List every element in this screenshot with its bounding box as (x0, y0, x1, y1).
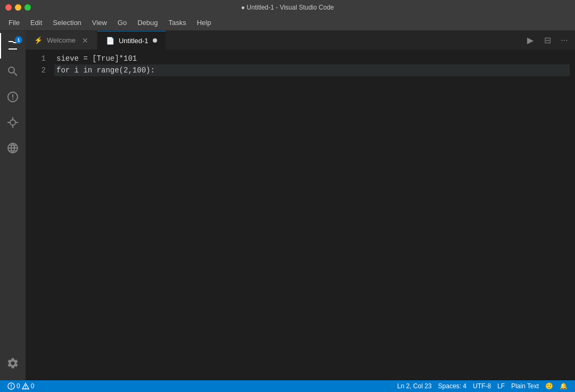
split-editor-button[interactable]: ⊟ (541, 34, 554, 47)
tab-welcome-label: Welcome (47, 36, 76, 44)
error-count: 0 (17, 382, 20, 390)
menu-go[interactable]: Go (113, 17, 131, 29)
status-bar: 0 0 Ln 2, Col 23 Spaces: 4 UTF-8 LF Plai… (0, 380, 575, 392)
status-position[interactable]: Ln 2, Col 23 (394, 380, 435, 392)
status-notifications[interactable]: 🔔 (556, 380, 571, 392)
menu-selection[interactable]: Selection (48, 17, 85, 29)
activity-item-settings[interactable] (0, 350, 26, 376)
close-button[interactable] (5, 4, 12, 11)
svg-point-12 (11, 387, 12, 388)
menu-help[interactable]: Help (193, 17, 216, 29)
line-number-1: 1 (26, 53, 46, 64)
explorer-badge: 1 (15, 36, 22, 44)
editor-content: 1 2 sieve = [True]*101 for i in range(2,… (26, 50, 575, 380)
title-bar: ● Untitled-1 - Visual Studio Code (0, 0, 575, 15)
code-editor[interactable]: sieve = [True]*101 for i in range(2,100)… (52, 50, 570, 380)
maximize-button[interactable] (24, 4, 31, 11)
line-numbers: 1 2 (26, 50, 52, 380)
line-number-2: 2 (26, 64, 46, 76)
tab-untitled-icon: 📄 (106, 37, 114, 45)
warning-icon (22, 382, 29, 390)
tab-welcome-close[interactable]: ✕ (82, 36, 88, 45)
activity-item-extensions[interactable] (0, 110, 26, 135)
activity-item-remote[interactable] (0, 135, 26, 161)
status-errors[interactable]: 0 0 (4, 380, 37, 392)
search-icon (6, 65, 19, 78)
more-actions-button[interactable]: ··· (558, 34, 571, 47)
main-area: 1 (0, 31, 575, 380)
status-feedback[interactable]: 🙂 (542, 380, 556, 392)
tab-untitled[interactable]: 📄 Untitled-1 (97, 31, 166, 50)
tab-bar-actions: ▶ ⊟ ··· (520, 31, 575, 50)
status-language[interactable]: Plain Text (508, 380, 542, 392)
svg-point-0 (10, 120, 15, 125)
run-button[interactable]: ▶ (524, 34, 537, 47)
title-text: ● Untitled-1 - Visual Studio Code (241, 4, 334, 11)
tab-dirty-indicator (153, 38, 157, 43)
editor-area: ⚡ Welcome ✕ 📄 Untitled-1 ▶ ⊟ ··· 1 2 (26, 31, 575, 380)
code-line-1: sieve = [True]*101 (54, 53, 570, 64)
gear-icon (6, 357, 19, 370)
tab-bar: ⚡ Welcome ✕ 📄 Untitled-1 ▶ ⊟ ··· (26, 31, 575, 50)
status-spaces[interactable]: Spaces: 4 (435, 380, 470, 392)
status-encoding[interactable]: UTF-8 (470, 380, 494, 392)
menu-tasks[interactable]: Tasks (164, 17, 190, 29)
activity-item-explorer[interactable]: 1 (0, 33, 26, 59)
svg-point-15 (25, 388, 26, 389)
activity-bar: 1 (0, 31, 26, 380)
menu-edit[interactable]: Edit (26, 17, 46, 29)
activity-item-search[interactable] (0, 59, 26, 84)
warning-count: 0 (31, 382, 35, 390)
git-icon (6, 91, 19, 103)
tab-welcome[interactable]: ⚡ Welcome ✕ (26, 31, 97, 50)
activity-item-source-control[interactable] (0, 84, 26, 110)
status-line-ending[interactable]: LF (494, 380, 508, 392)
tab-untitled-label: Untitled-1 (119, 37, 149, 45)
menu-debug[interactable]: Debug (133, 17, 162, 29)
scrollbar[interactable] (570, 50, 575, 380)
window-controls[interactable] (5, 4, 31, 11)
menu-view[interactable]: View (88, 17, 111, 29)
remote-icon (6, 142, 19, 154)
menu-bar: File Edit Selection View Go Debug Tasks … (0, 15, 575, 31)
extensions-icon (6, 116, 19, 129)
minimize-button[interactable] (15, 4, 21, 11)
error-icon (7, 382, 15, 390)
tab-welcome-icon: ⚡ (34, 36, 43, 44)
code-line-2: for i in range(2,100): (54, 64, 570, 76)
menu-file[interactable]: File (4, 17, 24, 29)
window-title: ● Untitled-1 - Visual Studio Code (241, 4, 334, 11)
